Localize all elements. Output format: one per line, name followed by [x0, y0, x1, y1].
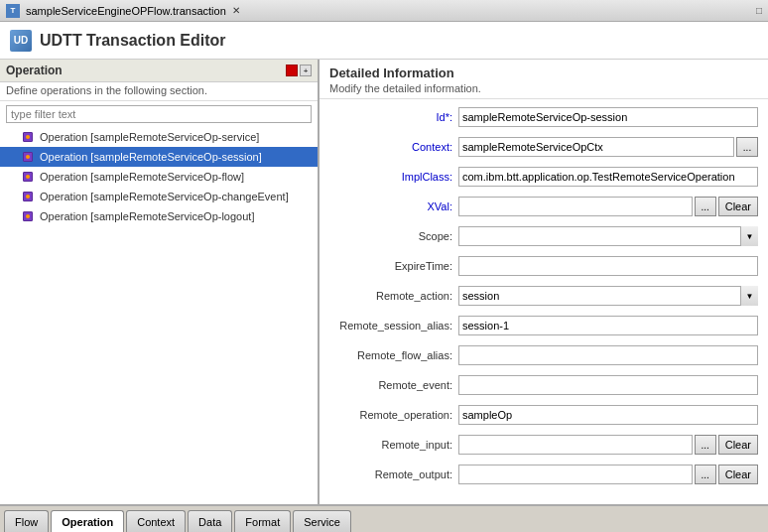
file-icon: T: [6, 4, 20, 18]
right-panel-header: Detailed Information Modify the detailed…: [320, 60, 768, 99]
tree-item-label: Operation [sampleRemoteServiceOp-service…: [40, 131, 259, 143]
right-panel-title: Detailed Information: [329, 66, 758, 80]
tree-item-label: Operation [sampleRemoteServiceOp-logout]: [40, 210, 254, 222]
remote-output-clear-button[interactable]: Clear: [718, 465, 758, 484]
delete-button[interactable]: [286, 65, 298, 76]
operation-icon: [20, 129, 36, 145]
tab-flow[interactable]: Flow: [4, 510, 49, 532]
tree-item-label: Operation [sampleRemoteServiceOp-session…: [40, 151, 262, 163]
remote-flow-alias-field-wrap: [458, 345, 758, 365]
remote-event-input[interactable]: [458, 375, 758, 395]
tab-service[interactable]: Service: [293, 510, 351, 532]
scope-field-wrap: ▼: [458, 226, 758, 246]
remote-action-row: Remote_action: session ▼: [329, 284, 758, 308]
tree-item-label: Operation [sampleRemoteServiceOp-flow]: [40, 171, 244, 183]
remote-output-input[interactable]: [458, 465, 693, 484]
tab-context[interactable]: Context: [126, 510, 186, 532]
maximize-icon[interactable]: □: [756, 5, 762, 16]
title-bar: T sampleServiceEngineOPFlow.transaction …: [0, 0, 768, 22]
remote-output-row: Remote_output: ... Clear: [329, 463, 758, 486]
tree-item[interactable]: Operation [sampleRemoteServiceOp-changeE…: [0, 187, 318, 206]
operation-icon: [20, 208, 36, 224]
remote-session-alias-field-wrap: [458, 316, 758, 335]
close-tab-icon[interactable]: ✕: [232, 5, 240, 16]
remote-action-label: Remote_action:: [329, 290, 458, 302]
expiretime-field-wrap: [458, 256, 758, 276]
tree-item[interactable]: Operation [sampleRemoteServiceOp-service…: [0, 127, 318, 147]
implclass-row: ImplClass:: [329, 165, 758, 189]
left-panel-controls: +: [286, 65, 312, 76]
tab-data[interactable]: Data: [188, 510, 232, 532]
xval-browse-button[interactable]: ...: [695, 197, 716, 216]
id-input[interactable]: [458, 107, 758, 127]
tab-format[interactable]: Format: [234, 510, 291, 532]
left-panel-title: Operation: [6, 64, 63, 77]
remote-input-browse-button[interactable]: ...: [695, 435, 716, 455]
xval-field-wrap: ... Clear: [458, 197, 758, 216]
expiretime-label: ExpireTime:: [329, 260, 458, 272]
editor-title: UDTT Transaction Editor: [40, 32, 226, 50]
tree-item[interactable]: Operation [sampleRemoteServiceOp-logout]: [0, 206, 318, 226]
context-row: Context: ...: [329, 135, 758, 159]
expiretime-input[interactable]: [458, 256, 758, 276]
implclass-field-wrap: [458, 167, 758, 187]
remote-operation-row: Remote_operation:: [329, 403, 758, 427]
tab-operation[interactable]: Operation: [51, 510, 124, 532]
remote-input-field-wrap: ... Clear: [458, 435, 758, 455]
right-panel: Detailed Information Modify the detailed…: [320, 60, 768, 504]
context-label[interactable]: Context:: [329, 141, 458, 153]
remote-operation-field-wrap: [458, 405, 758, 425]
remote-operation-input[interactable]: [458, 405, 758, 425]
remote-output-label: Remote_output:: [329, 468, 458, 480]
id-label[interactable]: Id*:: [329, 111, 458, 123]
remote-event-field-wrap: [458, 375, 758, 395]
tree-item[interactable]: Operation [sampleRemoteServiceOp-flow]: [0, 167, 318, 187]
operation-icon: [20, 169, 36, 185]
context-input[interactable]: [458, 137, 734, 157]
id-field-wrap: [458, 107, 758, 127]
xval-row: XVal: ... Clear: [329, 195, 758, 218]
remote-event-label: Remote_event:: [329, 379, 458, 391]
main-content: Operation + Define operations in the fol…: [0, 60, 768, 504]
scope-select[interactable]: [458, 226, 758, 246]
remote-action-select[interactable]: session: [458, 286, 758, 306]
bottom-tabs: FlowOperationContextDataFormatService: [0, 504, 768, 532]
filter-input[interactable]: [6, 105, 312, 123]
remote-session-alias-label: Remote_session_alias:: [329, 320, 458, 332]
remote-operation-label: Remote_operation:: [329, 409, 458, 421]
remote-input-row: Remote_input: ... Clear: [329, 433, 758, 457]
left-panel-description: Define operations in the following secti…: [0, 82, 318, 101]
remote-flow-alias-input[interactable]: [458, 345, 758, 365]
implclass-label[interactable]: ImplClass:: [329, 171, 458, 183]
add-button[interactable]: +: [300, 65, 312, 76]
title-bar-left: T sampleServiceEngineOPFlow.transaction …: [6, 4, 240, 18]
remote-flow-alias-label: Remote_flow_alias:: [329, 349, 458, 361]
left-panel-header: Operation +: [0, 60, 318, 82]
scope-select-wrap: ▼: [458, 226, 758, 246]
operation-icon: [20, 189, 36, 204]
remote-input-input[interactable]: [458, 435, 693, 455]
scope-label: Scope:: [329, 230, 458, 242]
context-browse-button[interactable]: ...: [736, 137, 758, 157]
xval-input[interactable]: [458, 197, 693, 216]
remote-output-field-wrap: ... Clear: [458, 465, 758, 484]
tree-item-label: Operation [sampleRemoteServiceOp-changeE…: [40, 191, 289, 202]
remote-input-label: Remote_input:: [329, 439, 458, 451]
tree-item[interactable]: Operation [sampleRemoteServiceOp-session…: [0, 147, 318, 167]
remote-session-alias-input[interactable]: [458, 316, 758, 335]
title-bar-filename: sampleServiceEngineOPFlow.transaction: [26, 5, 226, 17]
xval-clear-button[interactable]: Clear: [718, 197, 758, 216]
implclass-input[interactable]: [458, 167, 758, 187]
remote-input-clear-button[interactable]: Clear: [718, 435, 758, 455]
remote-output-browse-button[interactable]: ...: [695, 465, 716, 484]
operation-icon: [20, 149, 36, 165]
left-panel: Operation + Define operations in the fol…: [0, 60, 320, 504]
remote-flow-alias-row: Remote_flow_alias:: [329, 343, 758, 367]
editor-header: UD UDTT Transaction Editor: [0, 22, 768, 60]
xval-label[interactable]: XVal:: [329, 200, 458, 212]
scope-row: Scope: ▼: [329, 224, 758, 248]
right-panel-description: Modify the detailed information.: [329, 82, 758, 94]
operation-tree-list: Operation [sampleRemoteServiceOp-service…: [0, 127, 318, 504]
remote-action-field-wrap: session ▼: [458, 286, 758, 306]
editor-icon: UD: [10, 30, 32, 52]
